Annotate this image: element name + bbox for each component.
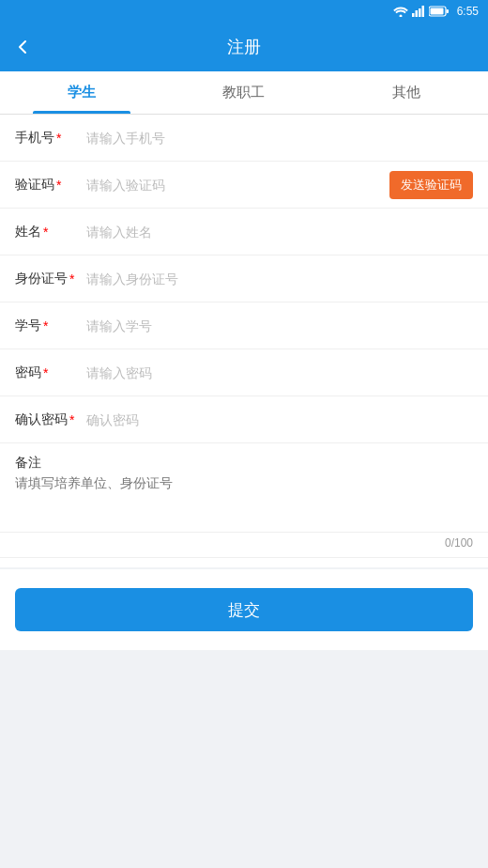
char-count-row: 0/100 [0, 533, 488, 558]
password-field-row: 密码 * [0, 349, 488, 396]
tab-student[interactable]: 学生 [0, 71, 162, 114]
studentid-input[interactable] [79, 318, 473, 333]
note-field-row: 备注 [0, 443, 488, 533]
idcard-field-row: 身份证号 * [0, 256, 488, 302]
phone-label: 手机号 * [15, 130, 79, 147]
time-display: 6:55 [457, 5, 479, 18]
svg-rect-6 [430, 8, 443, 15]
wifi-icon [393, 6, 408, 17]
svg-rect-2 [419, 8, 421, 17]
studentid-label: 学号 * [15, 318, 79, 334]
char-count: 0/100 [445, 536, 473, 550]
svg-rect-0 [412, 13, 415, 17]
phone-input[interactable] [79, 131, 473, 146]
phone-field-row: 手机号 * [0, 115, 488, 162]
status-bar: 6:55 [0, 0, 488, 23]
submit-section: 提交 [0, 569, 488, 650]
idcard-required: * [69, 271, 74, 287]
status-icons: 6:55 [393, 5, 479, 18]
confirm-password-required: * [69, 412, 74, 427]
confirm-password-field-row: 确认密码 * [0, 396, 488, 443]
studentid-field-row: 学号 * [0, 302, 488, 349]
tab-teacher[interactable]: 教职工 [162, 71, 325, 114]
name-label: 姓名 * [15, 224, 79, 240]
battery-icon [429, 6, 450, 17]
confirm-password-label: 确认密码 * [15, 411, 79, 428]
svg-rect-3 [421, 6, 424, 17]
studentid-required: * [43, 318, 48, 333]
bottom-area [0, 650, 488, 868]
tab-other[interactable]: 其他 [326, 71, 488, 114]
password-input[interactable] [79, 365, 473, 380]
password-label: 密码 * [15, 364, 79, 381]
top-nav-bar: 注册 [0, 23, 488, 71]
svg-rect-5 [446, 9, 449, 13]
tab-bar: 学生 教职工 其他 [0, 71, 488, 115]
name-input[interactable] [79, 225, 473, 240]
submit-button[interactable]: 提交 [15, 588, 473, 631]
svg-rect-1 [415, 10, 418, 17]
signal-icon [412, 6, 425, 17]
note-input[interactable] [15, 475, 473, 520]
phone-required: * [56, 131, 61, 146]
code-input[interactable] [79, 178, 389, 193]
password-required: * [43, 365, 48, 380]
idcard-label: 身份证号 * [15, 271, 79, 287]
send-code-button[interactable]: 发送验证码 [389, 171, 473, 199]
code-label: 验证码 * [15, 177, 79, 194]
note-label: 备注 [15, 455, 79, 472]
code-field-row: 验证码 * 发送验证码 [0, 162, 488, 209]
name-field-row: 姓名 * [0, 209, 488, 256]
code-required: * [56, 178, 61, 193]
confirm-password-input[interactable] [79, 412, 473, 427]
idcard-input[interactable] [79, 271, 473, 287]
back-button[interactable] [13, 38, 32, 56]
name-required: * [43, 225, 48, 240]
page-title: 注册 [227, 36, 261, 58]
registration-form: 手机号 * 验证码 * 发送验证码 姓名 * 身份证号 * 学号 * [0, 115, 488, 567]
